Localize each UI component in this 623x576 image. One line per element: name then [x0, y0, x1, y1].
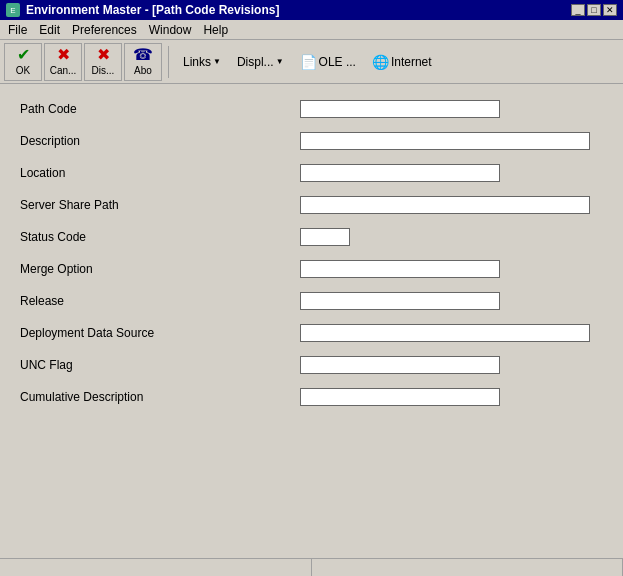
cumulative-description-row: Cumulative Description — [20, 388, 603, 406]
title-bar: E Environment Master - [Path Code Revisi… — [0, 0, 623, 20]
description-input[interactable] — [300, 132, 590, 150]
menu-help[interactable]: Help — [197, 21, 234, 39]
title-bar-controls[interactable]: _ □ ✕ — [571, 4, 617, 16]
deployment-data-source-row: Deployment Data Source — [20, 324, 603, 342]
abo-label: Abo — [134, 65, 152, 76]
merge-option-row: Merge Option — [20, 260, 603, 278]
release-input[interactable] — [300, 292, 500, 310]
ole-button[interactable]: 📄 OLE ... — [296, 52, 360, 72]
location-label: Location — [20, 166, 300, 180]
abo-icon: ☎ — [133, 47, 153, 63]
merge-option-input[interactable] — [300, 260, 500, 278]
description-label: Description — [20, 134, 300, 148]
menu-preferences[interactable]: Preferences — [66, 21, 143, 39]
internet-button[interactable]: 🌐 Internet — [368, 52, 436, 72]
displ-button[interactable]: Displ... ▼ — [233, 53, 288, 71]
path-code-label: Path Code — [20, 102, 300, 116]
menu-window[interactable]: Window — [143, 21, 198, 39]
internet-label: Internet — [391, 55, 432, 69]
menu-file[interactable]: File — [2, 21, 33, 39]
title-bar-left: E Environment Master - [Path Code Revisi… — [6, 3, 279, 17]
svg-text:E: E — [10, 6, 15, 15]
toolbar: ✔ OK ✖ Can... ✖ Dis... ☎ Abo Links ▼ Dis… — [0, 40, 623, 84]
status-code-row: Status Code — [20, 228, 603, 246]
ole-label: OLE ... — [319, 55, 356, 69]
cancel-icon: ✖ — [57, 47, 70, 63]
ok-label: OK — [16, 65, 30, 76]
maximize-button[interactable]: □ — [587, 4, 601, 16]
dis-icon: ✖ — [97, 47, 110, 63]
status-code-label: Status Code — [20, 230, 300, 244]
ok-button[interactable]: ✔ OK — [4, 43, 42, 81]
status-code-input[interactable] — [300, 228, 350, 246]
path-code-input[interactable] — [300, 100, 500, 118]
unc-flag-label: UNC Flag — [20, 358, 300, 372]
deployment-data-source-input[interactable] — [300, 324, 590, 342]
close-button[interactable]: ✕ — [603, 4, 617, 16]
cancel-button[interactable]: ✖ Can... — [44, 43, 82, 81]
cumulative-description-label: Cumulative Description — [20, 390, 300, 404]
links-label: Links — [183, 55, 211, 69]
app-icon: E — [6, 3, 20, 17]
title-bar-text: Environment Master - [Path Code Revision… — [26, 3, 279, 17]
toolbar-links: Links ▼ Displ... ▼ 📄 OLE ... 🌐 Internet — [179, 42, 436, 81]
ok-icon: ✔ — [17, 47, 30, 63]
displ-label: Displ... — [237, 55, 274, 69]
ole-icon: 📄 — [300, 54, 317, 70]
menu-bar: File Edit Preferences Window Help — [0, 20, 623, 40]
unc-flag-input[interactable] — [300, 356, 500, 374]
dis-button[interactable]: ✖ Dis... — [84, 43, 122, 81]
release-row: Release — [20, 292, 603, 310]
deployment-data-source-label: Deployment Data Source — [20, 326, 300, 340]
displ-dropdown-arrow: ▼ — [276, 57, 284, 66]
links-dropdown-arrow: ▼ — [213, 57, 221, 66]
location-row: Location — [20, 164, 603, 182]
cancel-label: Can... — [50, 65, 77, 76]
links-button[interactable]: Links ▼ — [179, 53, 225, 71]
merge-option-label: Merge Option — [20, 262, 300, 276]
description-row: Description — [20, 132, 603, 150]
menu-edit[interactable]: Edit — [33, 21, 66, 39]
toolbar-separator — [168, 46, 169, 78]
unc-flag-row: UNC Flag — [20, 356, 603, 374]
status-panel-right — [312, 559, 624, 576]
internet-icon: 🌐 — [372, 54, 389, 70]
location-input[interactable] — [300, 164, 500, 182]
status-panel-left — [0, 559, 312, 576]
cumulative-description-input[interactable] — [300, 388, 500, 406]
abo-button[interactable]: ☎ Abo — [124, 43, 162, 81]
minimize-button[interactable]: _ — [571, 4, 585, 16]
path-code-row: Path Code — [20, 100, 603, 118]
server-share-path-input[interactable] — [300, 196, 590, 214]
dis-label: Dis... — [92, 65, 115, 76]
status-bar — [0, 558, 623, 576]
server-share-path-row: Server Share Path — [20, 196, 603, 214]
server-share-path-label: Server Share Path — [20, 198, 300, 212]
release-label: Release — [20, 294, 300, 308]
content-area: Path Code Description Location Server Sh… — [0, 84, 623, 576]
